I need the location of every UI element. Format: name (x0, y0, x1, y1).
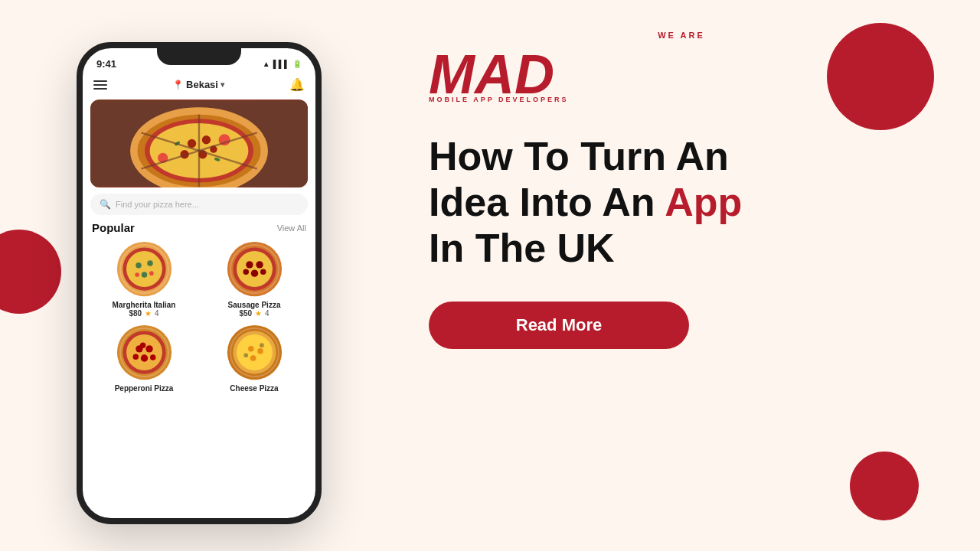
svg-point-48 (243, 353, 248, 357)
svg-point-41 (139, 342, 145, 348)
main-container: 9:41 ▲ ▌▌▌ 🔋 📍 Bekasi ▾ (0, 0, 980, 551)
content-section: WE ARE MAD MOBILE APP DEVELOPERS How To … (398, 0, 980, 551)
svg-point-5 (188, 139, 196, 148)
pizza-image-margherita (116, 240, 173, 298)
svg-point-23 (135, 272, 139, 277)
read-more-button[interactable]: Read More (429, 302, 689, 349)
pizza-item-cheese[interactable]: Cheese Pizza (202, 324, 306, 393)
svg-point-31 (243, 269, 249, 276)
popular-title: Popular (92, 221, 135, 234)
headline-line3: In The UK (429, 226, 615, 270)
svg-point-22 (141, 272, 147, 278)
popular-section: Popular View All (83, 221, 315, 393)
bell-icon[interactable]: 🔔 (289, 77, 305, 92)
pizza-price-row-0: $80 ★ 4 (129, 309, 158, 318)
phone-notch (157, 48, 241, 65)
star-icon-1: ★ (255, 309, 262, 318)
pizza-name-1: Sausage Pizza (228, 301, 281, 309)
signal-icon: ▌▌▌ (273, 60, 289, 68)
headline-line2-plain: Idea Into An (429, 180, 665, 224)
svg-point-39 (132, 354, 139, 360)
svg-point-18 (122, 247, 165, 290)
popular-header: Popular View All (92, 221, 306, 234)
battery-icon: 🔋 (292, 60, 302, 68)
svg-point-49 (260, 343, 264, 347)
svg-point-6 (202, 135, 211, 144)
svg-point-25 (227, 242, 281, 296)
pizza-image-cheese (226, 324, 283, 381)
svg-point-45 (248, 346, 254, 352)
location-text: Bekasi (186, 79, 218, 90)
pizza-rating-0: 4 (155, 309, 159, 318)
svg-point-21 (147, 260, 153, 266)
pizza-rating-1: 4 (265, 309, 270, 318)
svg-point-47 (250, 355, 256, 361)
svg-point-19 (126, 251, 162, 287)
svg-point-27 (237, 251, 273, 287)
svg-point-17 (116, 242, 171, 296)
svg-point-42 (227, 325, 281, 380)
svg-point-28 (246, 261, 253, 268)
pizza-name-3: Cheese Pizza (230, 384, 278, 393)
svg-point-20 (136, 262, 142, 269)
pizza-item-sausage[interactable]: Sausage Pizza $50 ★ 4 (202, 240, 306, 318)
pizza-grid: Margherita Italian $80 ★ 4 (92, 240, 306, 393)
pizza-price-0: $80 (129, 309, 142, 318)
pizza-name-0: Margherita Italian (113, 301, 176, 309)
pizza-name-2: Pepperoni Pizza (115, 384, 174, 393)
logo-area: WE ARE MAD MOBILE APP DEVELOPERS (429, 31, 934, 103)
svg-point-26 (233, 247, 276, 290)
headline: How To Turn An Idea Into An App In The U… (429, 134, 796, 271)
pizza-item-pepperoni[interactable]: Pepperoni Pizza (92, 324, 196, 393)
svg-point-40 (150, 354, 156, 360)
svg-point-38 (140, 354, 147, 361)
svg-point-30 (250, 269, 257, 276)
svg-point-35 (126, 334, 162, 370)
search-placeholder: Find your pizza here... (116, 200, 199, 209)
headline-line2-red: App (665, 180, 742, 224)
we-are-label: WE ARE (658, 31, 705, 40)
svg-point-43 (233, 331, 276, 373)
svg-point-24 (149, 271, 154, 276)
svg-point-44 (237, 334, 273, 370)
phone-mockup: 9:41 ▲ ▌▌▌ 🔋 📍 Bekasi ▾ (77, 42, 322, 524)
chevron-down-icon: ▾ (220, 80, 224, 89)
tagline-text: MOBILE APP DEVELOPERS (429, 96, 569, 103)
svg-point-34 (122, 331, 165, 373)
svg-point-29 (256, 261, 263, 268)
headline-line1: How To Turn An (429, 134, 729, 178)
search-bar[interactable]: 🔍 Find your pizza here... (90, 194, 308, 215)
app-header: 📍 Bekasi ▾ 🔔 (83, 73, 315, 96)
status-time: 9:41 (96, 58, 116, 70)
svg-point-36 (136, 345, 142, 352)
pizza-hero-image (90, 99, 308, 187)
svg-text:MAD: MAD (429, 44, 554, 99)
svg-point-46 (257, 348, 263, 354)
star-icon-0: ★ (145, 309, 152, 318)
status-icons: ▲ ▌▌▌ 🔋 (263, 60, 302, 68)
pizza-price-row-1: $50 ★ 4 (239, 309, 269, 318)
search-icon: 🔍 (100, 199, 111, 210)
view-all-link[interactable]: View All (277, 223, 306, 233)
location-badge[interactable]: 📍 Bekasi ▾ (172, 79, 224, 90)
hamburger-icon[interactable] (93, 80, 107, 90)
pizza-price-1: $50 (239, 309, 252, 318)
pizza-item-margherita[interactable]: Margherita Italian $80 ★ 4 (92, 240, 196, 318)
wifi-icon: ▲ (263, 60, 270, 68)
pizza-image-pepperoni (116, 324, 173, 381)
pizza-image-sausage (226, 240, 283, 298)
mad-logo: MAD (429, 41, 567, 99)
phone-section: 9:41 ▲ ▌▌▌ 🔋 📍 Bekasi ▾ (0, 0, 398, 551)
pin-icon: 📍 (172, 80, 184, 90)
svg-point-37 (145, 345, 152, 352)
svg-point-33 (116, 325, 171, 380)
svg-point-32 (260, 269, 266, 276)
